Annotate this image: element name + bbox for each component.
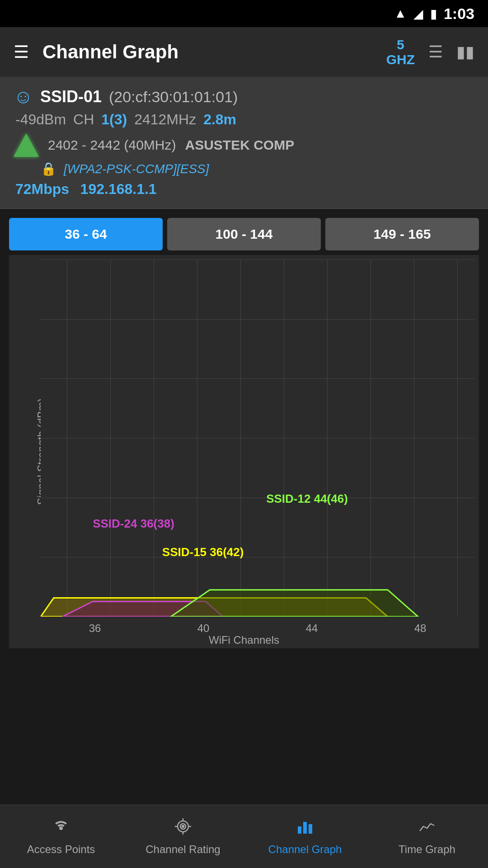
pause-icon[interactable]: ▮▮ (456, 42, 474, 61)
x-label-40: 40 (197, 622, 210, 635)
filter-icon[interactable]: ☰ (428, 42, 443, 61)
graph-inner: -30 -40 -50 -60 -70 -80 -90 (41, 259, 474, 617)
page-title: Channel Graph (42, 41, 373, 63)
status-icons: ▲ ◢ ▮ 1:03 (394, 5, 474, 23)
ssid12-shape (171, 590, 418, 617)
ssid-name: SSID-01 (40, 87, 102, 106)
tab-36-64[interactable]: 36 - 64 (9, 218, 163, 250)
manufacturer: ASUSTEK COMP (185, 137, 294, 153)
svg-rect-8 (303, 822, 307, 834)
access-points-icon (52, 817, 70, 840)
tab-149-165[interactable]: 149 - 165 (325, 218, 479, 250)
nav-channel-rating[interactable]: Channel Rating (122, 805, 244, 868)
menu-icon[interactable]: ☰ (14, 43, 29, 61)
smiley-icon: ☺ (14, 86, 33, 108)
x-label-48: 48 (414, 622, 427, 635)
time-graph-icon (418, 817, 436, 840)
signal-status-icon: ◢ (413, 6, 423, 21)
freq-range: 2402 - 2442 (40MHz) (48, 137, 176, 153)
ghz-number: 5 (397, 37, 404, 52)
ch-label: CH (73, 111, 94, 128)
wifi-signal-icon (14, 133, 39, 157)
bottom-nav: Access Points Channel Rating Channel Gra… (0, 805, 488, 868)
network-row-speed: 72Mbps 192.168.1.1 (14, 181, 474, 198)
nav-channel-graph-label: Channel Graph (268, 843, 342, 856)
x-axis-title: WiFi Channels (209, 634, 279, 646)
battery-status-icon: ▮ (430, 6, 437, 21)
security-info: [WPA2-PSK-CCMP][ESS] (64, 162, 209, 176)
nav-access-points[interactable]: Access Points (0, 805, 122, 868)
mac-address: (20:cf:30:01:01:01) (109, 88, 238, 106)
x-label-44: 44 (306, 622, 318, 635)
ch-value: 1(3) (101, 111, 127, 128)
ghz-selector[interactable]: 5 GHZ (386, 37, 415, 67)
wifi-status-icon: ▲ (394, 6, 407, 21)
distance-value: 2.8m (203, 111, 236, 128)
network-row-security: 🔒 [WPA2-PSK-CCMP][ESS] (14, 161, 474, 176)
frequency-value: 2412MHz (134, 111, 196, 128)
nav-channel-graph[interactable]: Channel Graph (244, 805, 366, 868)
status-bar: ▲ ◢ ▮ 1:03 (0, 0, 488, 27)
lock-icon: 🔒 (41, 161, 56, 176)
toolbar-actions: 5 GHZ ☰ ▮▮ (386, 37, 474, 67)
nav-channel-rating-label: Channel Rating (145, 843, 220, 856)
x-label-36: 36 (89, 622, 101, 635)
network-info-panel: ☺ SSID-01 (20:cf:30:01:01:01) -49dBm CH … (0, 77, 488, 209)
chart-svg (41, 259, 474, 617)
dbm-value: -49dBm (15, 111, 66, 128)
ghz-unit: GHZ (386, 52, 415, 67)
ip-address: 192.168.1.1 (80, 181, 157, 197)
nav-time-graph[interactable]: Time Graph (366, 805, 488, 868)
network-row-stats: -49dBm CH 1(3) 2412MHz 2.8m (14, 111, 474, 128)
channel-graph: Signal Strength (dBm) -30 -40 -50 -60 -7… (9, 255, 479, 648)
channel-tabs: 36 - 64 100 - 144 149 - 165 (0, 209, 488, 250)
toolbar: ☰ Channel Graph 5 GHZ ☰ ▮▮ (0, 27, 488, 77)
svg-point-2 (182, 826, 184, 827)
svg-rect-7 (298, 826, 301, 834)
x-axis-labels: 36 40 44 48 (41, 622, 474, 635)
network-row-ssid: ☺ SSID-01 (20:cf:30:01:01:01) (14, 86, 474, 108)
tab-100-144[interactable]: 100 - 144 (167, 218, 321, 250)
nav-time-graph-label: Time Graph (399, 843, 455, 856)
network-row-details: 2402 - 2442 (40MHz) ASUSTEK COMP (14, 133, 474, 157)
channel-graph-icon (296, 817, 314, 840)
status-time: 1:03 (444, 5, 474, 23)
nav-access-points-label: Access Points (27, 843, 95, 856)
channel-rating-icon (174, 817, 192, 840)
svg-rect-9 (309, 824, 312, 834)
speed-value: 72Mbps (15, 181, 69, 197)
